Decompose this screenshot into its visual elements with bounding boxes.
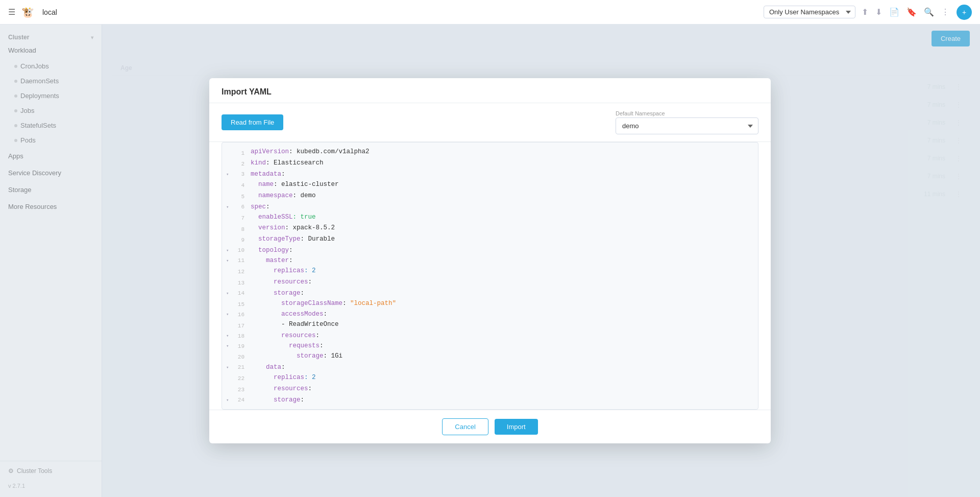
code-content: spec:: [251, 202, 752, 212]
code-content: kind: Elasticsearch: [251, 158, 752, 168]
code-line: 1apiVersion: kubedb.com/v1alpha2: [222, 147, 758, 158]
code-line: 23 resources:: [222, 384, 758, 395]
code-content: master:: [251, 255, 752, 266]
code-line: 7 enableSSL: true: [222, 212, 758, 223]
more-icon[interactable]: ⋮: [941, 7, 949, 17]
line-number: 11: [233, 256, 244, 266]
line-number: 18: [233, 332, 244, 341]
namespace-select[interactable]: Only User Namespaces All Namespaces: [764, 6, 855, 18]
line-number: 20: [233, 353, 244, 362]
import-button[interactable]: Import: [495, 419, 538, 435]
line-number: 4: [233, 181, 244, 191]
code-content: apiVersion: kubedb.com/v1alpha2: [251, 147, 752, 157]
line-number: 16: [233, 311, 244, 320]
code-line: 20 storage: 1Gi: [222, 351, 758, 362]
menu-icon[interactable]: ☰: [8, 7, 15, 17]
collapse-arrow[interactable]: ▾: [226, 364, 231, 371]
modal-footer: Cancel Import: [209, 410, 771, 443]
code-line: 17 - ReadWriteOnce: [222, 319, 758, 330]
code-line: 12 replicas: 2: [222, 266, 758, 277]
read-from-file-button[interactable]: Read from File: [222, 114, 283, 130]
code-line: 22 replicas: 2: [222, 372, 758, 384]
namespace-selector: Default Namespace demo default kube-syst…: [616, 110, 758, 134]
line-number: 17: [233, 322, 244, 331]
code-line: ▾6spec:: [222, 202, 758, 212]
code-line: ▾11 master:: [222, 255, 758, 266]
code-line: ▾19 requests:: [222, 341, 758, 351]
cancel-button[interactable]: Cancel: [442, 418, 488, 435]
collapse-arrow[interactable]: ▾: [226, 333, 231, 340]
line-number: 9: [233, 236, 244, 245]
line-number: 5: [233, 193, 244, 202]
code-line: 4 name: elastic-cluster: [222, 179, 758, 191]
collapse-arrow[interactable]: ▾: [226, 343, 231, 350]
line-number: 8: [233, 225, 244, 234]
code-line: ▾14 storage:: [222, 288, 758, 298]
code-content: enableSSL: true: [251, 212, 752, 222]
cluster-name: local: [42, 8, 57, 16]
code-content: - ReadWriteOnce: [251, 319, 752, 329]
line-number: 3: [233, 170, 244, 179]
collapse-arrow[interactable]: ▾: [226, 311, 231, 318]
code-content: storage: 1Gi: [251, 351, 752, 361]
code-content: storage:: [251, 395, 752, 405]
code-line: ▾16 accessModes:: [222, 309, 758, 319]
namespace-dropdown[interactable]: demo default kube-system: [616, 117, 758, 134]
app-logo: 🐮: [21, 6, 34, 18]
line-number: 24: [233, 396, 244, 405]
code-content: requests:: [251, 341, 752, 351]
collapse-arrow[interactable]: ▾: [226, 171, 231, 178]
user-avatar[interactable]: +: [957, 5, 972, 20]
code-content: metadata:: [251, 169, 752, 179]
line-number: 7: [233, 214, 244, 223]
code-line: 5 namespace: demo: [222, 191, 758, 202]
code-content: storage:: [251, 288, 752, 298]
line-number: 6: [233, 203, 244, 212]
collapse-arrow[interactable]: ▾: [226, 290, 231, 297]
line-number: 23: [233, 386, 244, 395]
code-content: topology:: [251, 245, 752, 255]
code-line: ▾21 data:: [222, 362, 758, 372]
code-content: replicas: 2: [251, 266, 752, 276]
code-content: version: xpack-8.5.2: [251, 223, 752, 233]
code-content: resources:: [251, 384, 752, 394]
line-number: 1: [233, 149, 244, 158]
collapse-arrow[interactable]: ▾: [226, 204, 231, 211]
code-line: 13 resources:: [222, 277, 758, 288]
line-number: 22: [233, 374, 244, 384]
line-number: 14: [233, 289, 244, 298]
code-content: resources:: [251, 277, 752, 287]
download-icon[interactable]: ⬇: [875, 7, 882, 17]
line-number: 21: [233, 363, 244, 372]
line-number: 15: [233, 300, 244, 310]
modal-header: Import YAML: [209, 78, 771, 103]
namespace-label: Default Namespace: [616, 110, 758, 116]
code-content: data:: [251, 362, 752, 372]
code-editor[interactable]: 1apiVersion: kubedb.com/v1alpha22kind: E…: [222, 142, 758, 409]
topbar: ☰ 🐮 local Only User Namespaces All Names…: [0, 0, 980, 25]
collapse-arrow[interactable]: ▾: [226, 247, 231, 254]
collapse-arrow[interactable]: ▾: [226, 257, 231, 265]
line-number: 13: [233, 279, 244, 288]
code-line: 9 storageType: Durable: [222, 234, 758, 245]
code-content: storageType: Durable: [251, 234, 752, 244]
bookmark-icon[interactable]: 🔖: [906, 7, 917, 17]
line-number: 10: [233, 246, 244, 255]
code-content: resources:: [251, 330, 752, 341]
search-icon[interactable]: 🔍: [924, 7, 934, 17]
code-line: ▾10 topology:: [222, 245, 758, 255]
modal-toolbar: Read from File Default Namespace demo de…: [209, 103, 771, 142]
upload-icon[interactable]: ⬆: [862, 7, 868, 17]
topbar-icons: ⬆ ⬇ 📄 🔖 🔍 ⋮ +: [862, 5, 972, 20]
code-line: 15 storageClassName: "local-path": [222, 298, 758, 310]
code-line: 2kind: Elasticsearch: [222, 158, 758, 169]
code-content: accessModes:: [251, 309, 752, 319]
collapse-arrow[interactable]: ▾: [226, 397, 231, 404]
code-line: 8 version: xpack-8.5.2: [222, 223, 758, 234]
line-number: 2: [233, 160, 244, 169]
import-yaml-modal: Import YAML Read from File Default Names…: [209, 78, 771, 443]
document-icon[interactable]: 📄: [889, 7, 899, 17]
modal-overlay: Import YAML Read from File Default Names…: [0, 25, 980, 497]
code-content: storageClassName: "local-path": [251, 298, 752, 309]
code-content: name: elastic-cluster: [251, 179, 752, 190]
